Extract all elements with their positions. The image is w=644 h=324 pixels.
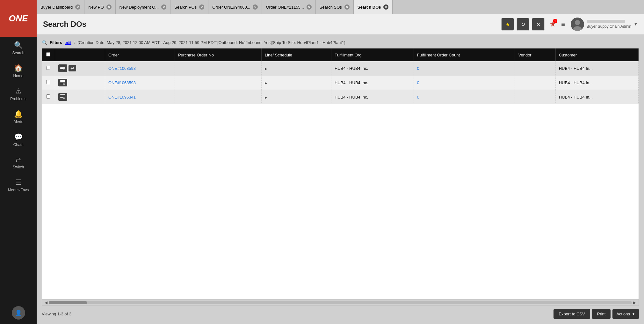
tab-order-11155[interactable]: Order ONE#11155... ✕ bbox=[262, 0, 315, 14]
user-name-blurred bbox=[587, 20, 625, 23]
row1-checkbox[interactable] bbox=[46, 66, 50, 70]
table-row: ↩ ONE#1068593 ▶ HUB4 - HUB4 In bbox=[42, 61, 639, 76]
scroll-thumb[interactable] bbox=[49, 301, 87, 304]
tab-label: Order ONE#94060... bbox=[212, 5, 250, 10]
close-page-button[interactable]: ✕ bbox=[532, 18, 545, 31]
refresh-button[interactable]: ↻ bbox=[517, 18, 529, 31]
row2-expand-arrow[interactable]: ▶ bbox=[265, 81, 267, 85]
sidebar-item-menus[interactable]: ☰ Menus/Favs bbox=[0, 174, 37, 197]
filter-bar: 🔍 Filters edit : [Creation Date: May 28,… bbox=[42, 40, 639, 45]
row3-order-cell: ONE#1095341 bbox=[105, 90, 175, 104]
row2-fulfillment-count[interactable]: 0 bbox=[417, 80, 419, 85]
tab-search-dos[interactable]: Search DOs ✕ bbox=[354, 0, 393, 14]
actions-dropdown-arrow: ▼ bbox=[632, 312, 635, 316]
horizontal-scroll-bar[interactable]: ◀ ▶ bbox=[42, 299, 639, 306]
user-role: Buyer Suppy Chain Admin bbox=[587, 24, 631, 29]
tab-close-search-pos[interactable]: ✕ bbox=[199, 4, 204, 10]
sidebar-item-label: Menus/Favs bbox=[8, 188, 29, 192]
search-icon: 🔍 bbox=[14, 41, 23, 49]
tab-search-pos[interactable]: Search POs ✕ bbox=[170, 0, 208, 14]
tab-close-search-sos[interactable]: ✕ bbox=[344, 4, 350, 10]
favorite-button[interactable]: ★ bbox=[501, 18, 514, 31]
page-title: Search DOs bbox=[43, 20, 501, 29]
notification-icon[interactable]: ★ 1 bbox=[550, 20, 556, 28]
tab-close-search-dos[interactable]: ✕ bbox=[383, 4, 388, 10]
tab-buyer-dashboard[interactable]: Buyer Dashboard ✕ bbox=[37, 0, 84, 14]
row1-fulfillment-count[interactable]: 0 bbox=[417, 66, 419, 71]
scroll-left-arrow[interactable]: ◀ bbox=[43, 300, 49, 305]
svg-rect-12 bbox=[60, 96, 65, 96]
row3-po-cell bbox=[175, 90, 261, 104]
sidebar-item-home[interactable]: 🏠 Home bbox=[0, 60, 37, 83]
tab-close-buyer-dashboard[interactable]: ✕ bbox=[75, 4, 80, 10]
svg-point-10 bbox=[63, 83, 65, 85]
header-fulfillment-org-col: Fulfillment Org bbox=[331, 48, 414, 61]
sidebar-item-alerts[interactable]: 🔔 Alerts bbox=[0, 106, 37, 129]
sidebar-item-chats[interactable]: 💬 Chats bbox=[0, 129, 37, 151]
row3-customer-cell: HUB4 - HUB4 In... bbox=[555, 90, 638, 104]
print-button[interactable]: Print bbox=[592, 309, 611, 319]
header-fulfillment-count-col: Fulfillment Order Count bbox=[414, 48, 515, 61]
row3-actions bbox=[58, 93, 102, 101]
sidebar-item-search[interactable]: 🔍 Search bbox=[0, 37, 37, 60]
tab-label: Search POs bbox=[174, 5, 197, 10]
row3-action-cell bbox=[55, 90, 105, 104]
tab-close-order-94060[interactable]: ✕ bbox=[253, 4, 258, 10]
row1-vendor-cell bbox=[515, 61, 555, 76]
data-table-container: Order Purchase Order No Line/ Schedule F… bbox=[42, 48, 639, 306]
scroll-track[interactable] bbox=[49, 301, 632, 304]
tab-close-order-11155[interactable]: ✕ bbox=[307, 4, 312, 10]
row2-order-link[interactable]: ONE#1068598 bbox=[108, 80, 136, 85]
tab-new-deployment[interactable]: New Deployment O... ✕ bbox=[116, 0, 171, 14]
footer-action-buttons: Export to CSV Print Actions ▼ bbox=[554, 309, 639, 319]
table-scroll-area[interactable]: Order Purchase Order No Line/ Schedule F… bbox=[42, 48, 639, 299]
row3-fulfillment-count[interactable]: 0 bbox=[417, 95, 419, 99]
filter-edit-link[interactable]: edit bbox=[65, 40, 71, 45]
tab-close-new-deployment[interactable]: ✕ bbox=[161, 4, 166, 10]
row1-order-cell: ONE#1068593 bbox=[105, 61, 175, 76]
table-row: ONE#1068598 ▶ HUB4 - HUB4 Inc. 0 bbox=[42, 76, 639, 90]
row2-fulfillment-count-cell: 0 bbox=[414, 76, 515, 90]
row2-detail-button[interactable] bbox=[58, 79, 67, 86]
user-area: Buyer Suppy Chain Admin ▼ bbox=[571, 18, 638, 31]
row2-order-cell: ONE#1068598 bbox=[105, 76, 175, 90]
row1-expand-arrow[interactable]: ▶ bbox=[265, 67, 267, 70]
tab-search-sos[interactable]: Search SOs ✕ bbox=[316, 0, 354, 14]
sidebar-item-user-avatar[interactable]: 👤 bbox=[0, 302, 37, 324]
row1-customer-cell: HUB4 - HUB4 In... bbox=[555, 61, 638, 76]
user-dropdown-arrow[interactable]: ▼ bbox=[634, 22, 638, 26]
tab-new-po[interactable]: New PO ✕ bbox=[84, 0, 115, 14]
row1-line-cell: ▶ bbox=[261, 61, 331, 76]
header-avatar bbox=[571, 18, 584, 31]
row3-order-link[interactable]: ONE#1095341 bbox=[108, 95, 136, 99]
row2-checkbox[interactable] bbox=[46, 80, 50, 84]
header-po-col: Purchase Order No bbox=[175, 48, 261, 61]
sidebar-item-problems[interactable]: ⚠ Problems bbox=[0, 83, 37, 106]
hamburger-menu-icon[interactable]: ≡ bbox=[561, 21, 565, 28]
app-logo[interactable]: ONE bbox=[0, 0, 37, 37]
row1-detail-button[interactable] bbox=[58, 64, 67, 72]
filter-separator: : bbox=[74, 40, 75, 45]
row1-order-link[interactable]: ONE#1068593 bbox=[108, 66, 136, 71]
export-csv-button[interactable]: Export to CSV bbox=[554, 309, 590, 319]
filter-text: [Creation Date: May 28, 2021 12:00 AM ED… bbox=[78, 40, 345, 45]
sidebar-item-label: Search bbox=[12, 51, 24, 55]
scroll-right-arrow[interactable]: ▶ bbox=[632, 300, 637, 305]
tab-order-94060[interactable]: Order ONE#94060... ✕ bbox=[208, 0, 262, 14]
sidebar-item-switch[interactable]: ⇄ Switch bbox=[0, 151, 37, 174]
svg-rect-7 bbox=[60, 80, 65, 81]
header-actions: ★ ↻ ✕ ★ 1 ≡ Buyer Suppy Chain Adm bbox=[501, 18, 638, 31]
row3-checkbox-cell bbox=[42, 90, 55, 104]
row1-back-button[interactable]: ↩ bbox=[69, 65, 76, 71]
tab-close-new-po[interactable]: ✕ bbox=[106, 4, 112, 10]
row3-expand-arrow[interactable]: ▶ bbox=[265, 96, 267, 99]
row3-checkbox[interactable] bbox=[46, 94, 50, 99]
select-all-checkbox[interactable] bbox=[46, 52, 50, 56]
actions-button[interactable]: Actions ▼ bbox=[612, 309, 639, 319]
sidebar-item-label: Switch bbox=[13, 165, 24, 169]
header-order-col: Order bbox=[105, 48, 175, 61]
svg-rect-3 bbox=[60, 66, 65, 66]
row3-detail-button[interactable] bbox=[58, 93, 67, 101]
notification-badge: 1 bbox=[553, 19, 557, 23]
sidebar-item-label: Problems bbox=[10, 97, 26, 101]
